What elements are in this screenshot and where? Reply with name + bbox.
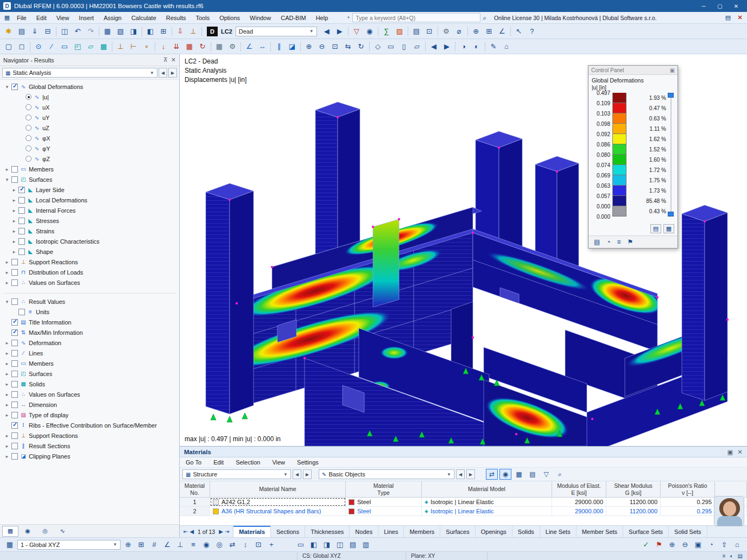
print-icon[interactable]: ⊟ <box>41 25 54 38</box>
expand-arrow-icon[interactable]: ▸ <box>11 228 17 234</box>
section-icon[interactable]: ∥ <box>273 40 286 53</box>
navigator-tree-item[interactable]: ▸ ◪ Clipping Planes <box>2 451 179 461</box>
reset-view-icon[interactable]: ⌂ <box>500 40 513 53</box>
grid-icon[interactable]: ⊞ <box>483 25 496 38</box>
materials-menu-item[interactable]: Selection <box>230 459 266 466</box>
expand-arrow-icon[interactable]: ▾ <box>4 84 10 90</box>
legend-slider[interactable] <box>668 93 674 217</box>
materials-menu-item[interactable]: View <box>266 459 291 466</box>
navigator-data-panel-icon[interactable]: ▦ <box>2 526 18 537</box>
member-hinge-icon[interactable]: ∘ <box>140 40 153 53</box>
navigator-tree-item[interactable]: ▸ ◰ Surfaces <box>2 368 179 379</box>
tree-radio[interactable] <box>26 104 31 110</box>
menu-item[interactable]: Results <box>161 12 191 23</box>
close-menu-icon[interactable]: ✕ <box>735 14 745 21</box>
grid-toggle-icon[interactable]: ⊞ <box>135 538 148 551</box>
tree-checkbox[interactable] <box>11 176 18 183</box>
menu-item[interactable]: Help <box>311 12 333 23</box>
next-table-button[interactable]: ▶ <box>219 529 223 534</box>
tab-line-sets[interactable]: Line Sets <box>540 526 577 537</box>
navigator-tree-item[interactable]: ▸ ▩ Solids <box>2 379 179 389</box>
zoom-window-icon[interactable]: ⊡ <box>328 40 341 53</box>
tree-radio[interactable] <box>26 125 31 131</box>
navigator-tree-item[interactable]: ≡ Units <box>2 307 179 317</box>
tree-checkbox[interactable] <box>11 422 18 429</box>
table-column-header[interactable]: Modulus of Elast. E [ksi] <box>552 481 606 497</box>
search-collapse-icon[interactable]: ‣ <box>347 15 350 21</box>
materials-menu-item[interactable]: Settings <box>291 459 325 466</box>
tree-checkbox[interactable] <box>18 238 25 245</box>
tab-solid-sets[interactable]: Solid Sets <box>669 526 707 537</box>
clipboard-icon[interactable]: ⊡ <box>423 25 436 38</box>
contrast-icon[interactable]: ◐ <box>730 553 733 559</box>
navigator-tree-item[interactable]: ▾ ∴ Result Values <box>2 296 179 307</box>
tree-checkbox[interactable] <box>11 340 18 346</box>
navigator-tree-item[interactable]: ∿ |u| <box>2 92 179 102</box>
load-case-type-badge[interactable]: D <box>207 27 218 36</box>
fit-view-icon[interactable]: ▣ <box>692 538 705 551</box>
expand-arrow-icon[interactable]: ▸ <box>4 443 10 449</box>
pan-icon[interactable]: ⇆ <box>341 40 354 53</box>
navigator-tree-item[interactable]: ▸ ⊥ Support Reactions <box>2 257 179 267</box>
zoom-minus-icon[interactable]: ⊖ <box>679 538 692 551</box>
render-mode-icon[interactable]: ◑ <box>457 40 470 53</box>
model-viewport[interactable]: LC2 - DeadStatic AnalysisDisplacements |… <box>180 54 747 446</box>
insert-member-icon[interactable]: ▭ <box>58 40 71 53</box>
navigator-tree-item[interactable]: ▸ ◣ Strains <box>2 226 179 236</box>
objects-filter-select[interactable]: ✎ Basic Objects ▼ <box>319 469 454 479</box>
expand-arrow-icon[interactable]: ▸ <box>11 239 17 244</box>
shear-modulus-cell[interactable]: 11200.000 <box>606 507 661 516</box>
view-xz-icon[interactable]: ▯ <box>397 40 410 53</box>
navigator-tree-item[interactable]: ▸ ∿ Deformation <box>2 338 179 348</box>
navigator-tree-item[interactable]: ▸ ∥ Result Sections <box>2 441 179 451</box>
clipping-box-icon[interactable]: ◪ <box>286 40 299 53</box>
coordinate-system-icon[interactable]: ▦ <box>3 538 16 551</box>
minimize-button[interactable]: ─ <box>696 1 711 11</box>
tab-surfaces[interactable]: Surfaces <box>440 526 475 537</box>
measure-icon[interactable]: ∠ <box>243 40 256 53</box>
next-analysis-button[interactable]: ▶ <box>168 68 177 78</box>
center-snap-icon[interactable]: ◉ <box>200 538 213 551</box>
settings-icon[interactable]: ⚙ <box>440 25 453 38</box>
navigator-tree-item[interactable]: ▸ ∕ Lines <box>2 348 179 358</box>
expand-arrow-icon[interactable]: ▸ <box>11 208 17 213</box>
expand-arrow-icon[interactable]: ▸ <box>4 167 10 172</box>
tab-members[interactable]: Members <box>404 526 440 537</box>
expand-arrow-icon[interactable]: ▸ <box>4 454 10 459</box>
expand-arrow-icon[interactable]: ▸ <box>4 340 10 346</box>
save-icon[interactable]: ⇓ <box>28 25 41 38</box>
navigator-tree-item[interactable]: ▸ ◣ Layer Side <box>2 184 179 195</box>
navigator-tree-item[interactable]: ▾ ◰ Surfaces <box>2 174 179 184</box>
poisson-ratio-cell[interactable]: 0.295 <box>661 507 715 516</box>
objects-prev-button[interactable]: ◀ <box>456 469 465 479</box>
navigator-tree-item[interactable]: ▸ ◣ Stresses <box>2 215 179 226</box>
tree-checkbox[interactable] <box>11 412 18 418</box>
close-panel-icon[interactable]: ✕ <box>737 448 743 456</box>
tree-checkbox[interactable] <box>11 329 18 336</box>
insert-opening-icon[interactable]: ▱ <box>84 40 97 53</box>
previous-table-button[interactable]: ◀ <box>189 529 194 534</box>
export-table-icon[interactable]: ▤ <box>527 469 539 480</box>
tab-member-sets[interactable]: Member Sets <box>577 526 623 537</box>
menu-item[interactable]: Tools <box>191 12 214 23</box>
fullscreen-icon[interactable]: ↖ <box>512 25 526 38</box>
next-view-icon[interactable]: ▶ <box>440 40 453 53</box>
navigator-tree-item[interactable]: ▸ ◣ Shape <box>2 246 179 257</box>
list-status-icon[interactable]: ≡ <box>723 553 726 559</box>
panel-table-icon[interactable]: ▦ <box>663 224 674 233</box>
expand-arrow-icon[interactable]: ▾ <box>4 177 10 182</box>
open-model-icon[interactable]: ▤ <box>15 25 28 38</box>
tree-checkbox[interactable] <box>11 381 18 387</box>
maximize-button[interactable]: ▢ <box>712 1 727 11</box>
tree-checkbox[interactable] <box>11 319 18 326</box>
navigator-tree-item[interactable]: ⇅ Max/Min Information <box>2 327 179 338</box>
vertical-snap-icon[interactable]: ↕ <box>239 538 252 551</box>
display-properties-icon[interactable]: ✎ <box>487 40 500 53</box>
visibility-filter-icon[interactable]: ◉ <box>363 25 376 38</box>
nodal-support-icon[interactable]: ⊥ <box>114 40 127 53</box>
expand-arrow-icon[interactable]: ▸ <box>4 433 10 438</box>
views-panel-icon[interactable]: ◎ <box>37 526 53 537</box>
home-view-icon[interactable]: ⌂ <box>731 538 744 551</box>
plane-lock-icon[interactable]: ⊡ <box>252 538 265 551</box>
table-column-header[interactable]: Material Type <box>346 481 422 497</box>
